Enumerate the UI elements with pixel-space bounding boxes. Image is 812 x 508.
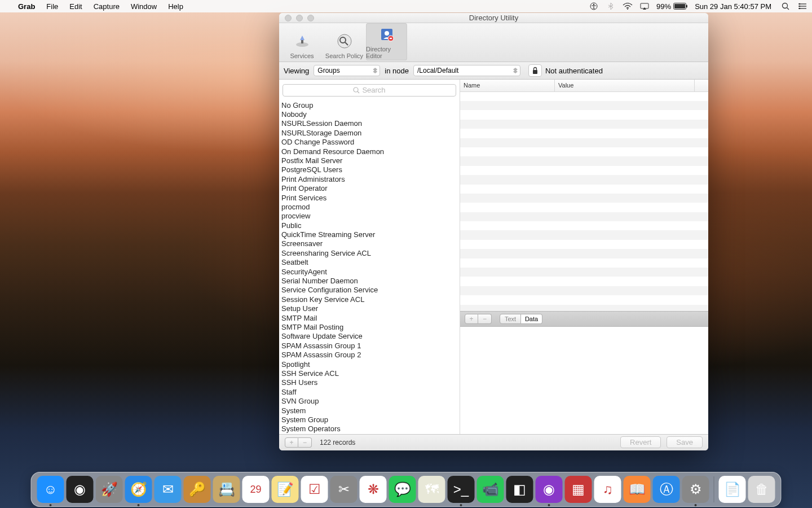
menu-file[interactable]: File	[41, 2, 64, 11]
table-row[interactable]	[460, 221, 708, 230]
list-item[interactable]: Serial Number Daemon	[279, 277, 460, 286]
list-item[interactable]: NSURLStorage Daemon	[279, 129, 460, 138]
dock-messages[interactable]: 💬	[389, 476, 416, 503]
lock-button[interactable]	[528, 64, 542, 77]
table-row[interactable]	[460, 92, 708, 101]
table-row[interactable]	[460, 286, 708, 295]
table-row[interactable]	[460, 240, 708, 249]
dock-activity-monitor[interactable]: ◉	[536, 476, 563, 503]
attr-add-button[interactable]: +	[465, 314, 478, 324]
list-item[interactable]: SSH Users	[279, 378, 460, 387]
list-item[interactable]: Nobody	[279, 110, 460, 119]
dock-ibooks[interactable]: 📖	[624, 476, 651, 503]
list-item[interactable]: Screensharing Service ACL	[279, 249, 460, 258]
dock-siri[interactable]: ◉	[67, 476, 94, 503]
table-row[interactable]	[460, 101, 708, 110]
toolbar-search-policy[interactable]: Search Policy	[324, 30, 365, 60]
dock-utility[interactable]: ✂	[330, 476, 358, 503]
dock-finder[interactable]: ☺	[37, 476, 64, 503]
list-item[interactable]: SVN Group	[279, 397, 460, 406]
list-item[interactable]: OD Change Password	[279, 138, 460, 147]
list-item[interactable]: PostgreSQL Users	[279, 165, 460, 174]
menu-capture[interactable]: Capture	[88, 2, 125, 11]
accessibility-icon[interactable]	[589, 2, 599, 10]
group-list[interactable]: No GroupNobodyNSURLSession DaemonNSURLSt…	[279, 101, 460, 434]
list-item[interactable]: Postfix Mail Server	[279, 156, 460, 165]
clock[interactable]: Sun 29 Jan 5:40:57 PM	[695, 2, 774, 11]
table-row[interactable]	[460, 156, 708, 165]
list-item[interactable]: procmod	[279, 203, 460, 212]
menu-window[interactable]: Window	[125, 2, 162, 11]
list-item[interactable]: Session Key Service ACL	[279, 295, 460, 304]
record-add-button[interactable]: +	[285, 437, 298, 448]
dock-calendar[interactable]: 29	[242, 476, 270, 503]
menu-edit[interactable]: Edit	[64, 2, 87, 11]
col-value[interactable]: Value	[555, 80, 695, 91]
toolbar-directory-editor[interactable]: Directory Editor	[366, 23, 407, 60]
revert-button[interactable]: Revert	[620, 436, 661, 448]
attr-remove-button[interactable]: −	[478, 314, 492, 324]
node-dropdown[interactable]: /Local/Default	[413, 65, 520, 76]
dock-facetime[interactable]: 📹	[477, 476, 504, 503]
list-item[interactable]: NSURLSession Daemon	[279, 119, 460, 128]
list-item[interactable]: SPAM Assassin Group 2	[279, 351, 460, 360]
list-item[interactable]: Software Update Service	[279, 332, 460, 341]
app-menu[interactable]: Grab	[12, 2, 41, 11]
table-row[interactable]	[460, 259, 708, 268]
list-item[interactable]: Public	[279, 221, 460, 230]
dock-safari[interactable]: 🧭	[125, 476, 152, 503]
wifi-icon[interactable]	[623, 3, 633, 10]
table-row[interactable]	[460, 138, 708, 147]
table-row[interactable]	[460, 295, 708, 304]
table-row[interactable]	[460, 305, 708, 311]
list-item[interactable]: SMTP Mail Posting	[279, 323, 460, 332]
airplay-icon[interactable]	[639, 3, 650, 10]
table-row[interactable]	[460, 166, 708, 175]
dock-trash[interactable]: 🗑	[748, 476, 775, 503]
dock-maps[interactable]: 🗺	[418, 476, 445, 503]
dock-launchpad[interactable]: 🚀	[96, 476, 123, 503]
dock-notes[interactable]: 📝	[272, 476, 299, 503]
table-row[interactable]	[460, 277, 708, 286]
dock-appstore[interactable]: Ⓐ	[653, 476, 680, 503]
table-row[interactable]	[460, 230, 708, 239]
col-name[interactable]: Name	[460, 80, 555, 91]
list-item[interactable]: Screensaver	[279, 239, 460, 248]
list-item[interactable]: procview	[279, 212, 460, 221]
list-item[interactable]: Spotlight	[279, 360, 460, 369]
table-row[interactable]	[460, 268, 708, 277]
list-item[interactable]: Seatbelt	[279, 258, 460, 267]
table-row[interactable]	[460, 129, 708, 138]
dock-system-preferences[interactable]: ⚙	[682, 476, 709, 503]
table-row[interactable]	[460, 249, 708, 258]
battery-status[interactable]: 99%	[656, 2, 688, 11]
table-row[interactable]	[460, 120, 708, 129]
list-item[interactable]: System Operators	[279, 424, 460, 433]
table-row[interactable]	[460, 194, 708, 203]
list-item[interactable]: On Demand Resource Daemon	[279, 147, 460, 156]
spotlight-icon[interactable]	[780, 2, 791, 10]
list-item[interactable]: Print Services	[279, 194, 460, 203]
dock-mail[interactable]: ✉	[155, 476, 182, 503]
list-item[interactable]: SecurityAgent	[279, 268, 460, 277]
table-row[interactable]	[460, 185, 708, 194]
seg-data[interactable]: Data	[521, 314, 542, 324]
list-item[interactable]: Print Administrators	[279, 175, 460, 184]
dock-contacts[interactable]: 📇	[213, 476, 240, 503]
toolbar-services[interactable]: Services	[281, 30, 323, 60]
list-item[interactable]: SMTP Mail	[279, 314, 460, 323]
dock-terminal[interactable]: >_	[448, 476, 475, 503]
menu-help[interactable]: Help	[162, 2, 189, 11]
list-item[interactable]: SPAM Assassin Group 1	[279, 341, 460, 351]
list-item[interactable]: QuickTime Streaming Server	[279, 230, 460, 239]
dock-itunes[interactable]: ♫	[594, 476, 621, 503]
seg-text[interactable]: Text	[500, 314, 521, 324]
bluetooth-icon[interactable]	[606, 2, 616, 10]
table-row[interactable]	[460, 147, 708, 156]
list-item[interactable]: No Group	[279, 101, 460, 110]
table-row[interactable]	[460, 212, 708, 221]
list-item[interactable]: Staff	[279, 388, 460, 397]
table-row[interactable]	[460, 175, 708, 184]
list-item[interactable]: System	[279, 406, 460, 415]
notification-center-icon[interactable]	[797, 3, 807, 10]
